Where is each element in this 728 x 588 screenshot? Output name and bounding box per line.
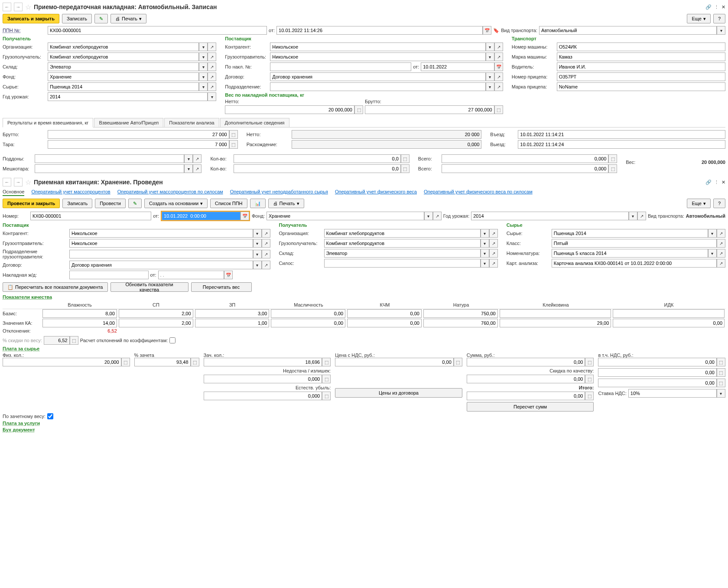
basis-nature[interactable] [423, 309, 498, 318]
d2-fund-input[interactable] [266, 212, 424, 220]
d2-date-input[interactable] [162, 212, 240, 220]
nav-fwd-2[interactable]: → [14, 178, 23, 186]
help-button[interactable]: ? [713, 14, 725, 23]
entry-input[interactable] [518, 130, 725, 139]
quality-disc-input[interactable] [467, 375, 585, 383]
consignor-input[interactable] [270, 52, 485, 61]
vehicle-num-input[interactable] [557, 42, 725, 51]
ka-nature[interactable] [423, 319, 498, 327]
basis-zp[interactable] [195, 309, 270, 318]
d2-rail-input[interactable] [69, 271, 149, 279]
nakl-date-input[interactable] [421, 62, 494, 71]
close-icon-2[interactable]: ✕ [722, 180, 725, 185]
link-op3[interactable]: Оперативный учет неподработанного сырья [230, 189, 328, 196]
save-close-button[interactable]: Записать и закрыть [3, 14, 59, 23]
trailer-num-input[interactable] [557, 72, 725, 81]
post-button[interactable]: Провести [95, 199, 126, 208]
tab-additional[interactable]: Дополнительные сведения [220, 118, 289, 127]
ka-sp[interactable] [119, 319, 193, 327]
total1-input[interactable] [442, 154, 608, 163]
ka-kchm[interactable] [347, 319, 422, 327]
driver-input[interactable] [557, 62, 725, 71]
qty2-input[interactable] [234, 164, 400, 173]
nav-back-2[interactable]: ← [3, 178, 11, 186]
ka-gluten[interactable] [500, 319, 611, 327]
report-icon-button[interactable]: 📊 [250, 199, 266, 208]
link-main[interactable]: Основное [3, 189, 24, 196]
prices-button[interactable]: Цены из договора [335, 388, 462, 398]
price-input[interactable] [335, 358, 454, 366]
close-icon[interactable]: ✕ [722, 4, 725, 10]
d2-counterparty-input[interactable] [69, 229, 253, 238]
attach-icon-2[interactable]: 🔗 [705, 180, 712, 185]
tab-analysis[interactable]: Показатели анализа [164, 118, 219, 127]
ppn-list-button[interactable]: Список ППН [210, 199, 247, 208]
ka-zp[interactable] [195, 319, 270, 327]
acc-header[interactable]: Бух документ [3, 427, 725, 432]
tab-auto-trailer[interactable]: Взвешивание Авто/Прицеп [94, 118, 163, 127]
credit-input[interactable] [134, 358, 191, 366]
w-brutto-input[interactable] [48, 130, 229, 139]
qty1-input[interactable] [234, 154, 400, 163]
calendar-icon[interactable]: 📅 [483, 26, 491, 35]
link-op5[interactable]: Оперативный учет физического веса по сил… [424, 189, 533, 196]
more-button-2[interactable]: Еще ▾ [687, 199, 710, 208]
nav-fwd[interactable]: → [14, 3, 23, 11]
attach-icon[interactable]: 🔗 [705, 4, 712, 10]
basis-sp[interactable] [119, 309, 193, 318]
d2-dept-input[interactable] [69, 250, 253, 258]
total-input[interactable] [467, 392, 585, 400]
fund-input[interactable] [48, 72, 199, 81]
service-header[interactable]: Плата за услуги [3, 421, 725, 426]
d2-consignee-input[interactable] [324, 239, 481, 248]
org-input[interactable] [48, 42, 199, 51]
ka-idk[interactable] [613, 319, 725, 327]
link-op2[interactable]: Оперативный учет массопроцентов по силос… [117, 189, 223, 196]
edit-icon-button[interactable]: ✎ [94, 14, 108, 23]
coef-checkbox[interactable] [169, 337, 176, 343]
raw-input[interactable] [48, 82, 199, 91]
d2-warehouse-input[interactable] [324, 249, 481, 258]
dropdown-icon[interactable]: ▾ [717, 26, 725, 35]
recalc-all-button[interactable]: 📋 Пересчитать все показатели документа [3, 282, 108, 292]
quality-header[interactable]: Показатели качества [3, 294, 725, 300]
d2-raw-input[interactable] [552, 229, 708, 238]
link-op1[interactable]: Оперативный учет массопроцентов [31, 189, 110, 196]
d2-nomen-input[interactable] [552, 249, 708, 258]
vat-rate-input[interactable] [628, 389, 717, 398]
vehicle-brand-input[interactable] [557, 52, 725, 61]
star-icon-2[interactable]: ☆ [25, 178, 31, 186]
d2-contract-input[interactable] [69, 261, 253, 269]
basis-humidity[interactable] [42, 309, 117, 318]
d2-num-input[interactable] [30, 212, 151, 220]
bookmark-icon[interactable]: 🔖 [493, 28, 499, 33]
menu-icon[interactable]: ⋮ [714, 4, 719, 10]
exit-input[interactable] [518, 140, 725, 149]
warehouse-input[interactable] [48, 62, 199, 71]
ka-oil[interactable] [271, 319, 345, 327]
sum-input[interactable] [467, 358, 585, 366]
vat3-input[interactable] [598, 379, 717, 387]
help-button-2[interactable]: ? [713, 199, 725, 208]
shortage-input[interactable] [204, 375, 322, 383]
brutto-sup-input[interactable] [365, 105, 494, 114]
contract-input[interactable] [270, 72, 485, 81]
edit-icon-button-2[interactable]: ✎ [128, 199, 142, 208]
d2-org-input[interactable] [324, 229, 481, 238]
create-base-button[interactable]: Создать на основании ▾ [144, 199, 208, 208]
d2-card-input[interactable] [552, 259, 717, 268]
transport-type-input[interactable] [539, 26, 717, 35]
year-input[interactable] [48, 92, 208, 101]
vat2-input[interactable] [598, 368, 717, 377]
vat-input[interactable] [598, 358, 717, 366]
star-icon[interactable]: ☆ [25, 3, 31, 11]
menu-icon-2[interactable]: ⋮ [714, 180, 719, 185]
netto-input[interactable] [225, 105, 354, 114]
total2-input[interactable] [442, 164, 608, 173]
d2-rail-date[interactable] [158, 271, 224, 279]
save-button-2[interactable]: Записать [62, 199, 92, 208]
d2-silo-input[interactable] [324, 259, 481, 268]
recalc-weight-button[interactable]: Пересчитать вес [191, 282, 252, 292]
ppn-input[interactable] [48, 26, 267, 35]
trailer-brand-input[interactable] [557, 82, 725, 91]
